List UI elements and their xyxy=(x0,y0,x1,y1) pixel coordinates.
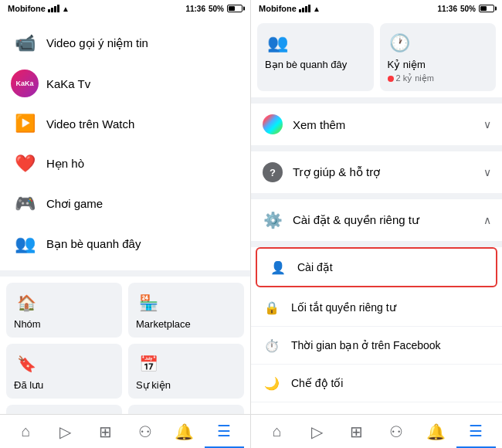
video-calls-icon: 📹 xyxy=(11,29,39,57)
nav-store-right[interactable]: ⊞ xyxy=(337,415,377,448)
friends-nearby-label: Bạn bè quanh đây xyxy=(46,237,141,251)
card-friends-nearby[interactable]: 👥 Bạn bè quanh đây xyxy=(257,23,374,91)
nav-video-right[interactable]: ▷ xyxy=(297,415,337,448)
friends-nearby-icon: 👥 xyxy=(11,230,39,258)
grid-section: 🏠 Nhóm 🏪 Marketplace 🔖 Đã lưu 📅 Sự kiện … xyxy=(0,277,250,414)
nav-store-left[interactable]: ⊞ xyxy=(86,415,125,448)
left-content: 📹 Video gọi ý niệm tin KaKa KaKa Tv ▶️ V… xyxy=(0,17,250,414)
card-memories-dot xyxy=(388,76,394,82)
right-help-section: ? Trợ giúp & hỗ trợ ∨ xyxy=(251,151,502,193)
card-memories-icon: 🕐 xyxy=(388,31,412,56)
nav-menu-left[interactable]: ☰ xyxy=(205,415,244,448)
card-friends-icon: 👥 xyxy=(265,31,290,56)
right-status-left: Mobifone ▲ xyxy=(259,4,321,13)
top-item-dating[interactable]: ❤️ Hẹn hò xyxy=(6,144,244,184)
card-memories-sub: 2 kỷ niệm xyxy=(388,73,434,83)
sub-settings[interactable]: 👤 Cài đặt xyxy=(256,247,497,287)
left-status-right: 11:36 50% xyxy=(185,5,243,13)
right-wifi-icon: ▲ xyxy=(313,5,321,13)
sub-privacy-icon: 🔒 xyxy=(262,297,282,317)
settings-sub-section: 👤 Cài đặt 🔒 Lối tắt quyền riêng tư ⏱️ Th… xyxy=(251,247,502,414)
right-see-more-section: Xem thêm ∨ xyxy=(251,104,502,145)
right-see-more-arrow: ∨ xyxy=(483,118,491,131)
right-settings-arrow: ∧ xyxy=(483,214,491,226)
nhom-icon: 🏠 xyxy=(14,290,39,315)
right-content: 👥 Bạn bè quanh đây 🕐 Kỷ niệm 2 kỷ niệm X… xyxy=(251,17,502,414)
grid-memories[interactable]: 🕐 Kỷ niệm 2 kỷ niệm xyxy=(128,405,244,414)
sub-privacy-shortcuts[interactable]: 🔒 Lối tắt quyền riêng tư xyxy=(251,289,502,327)
right-signal-icon xyxy=(299,5,310,12)
left-bottom-nav: ⌂ ▷ ⊞ ⚇ 🔔 ☰ xyxy=(0,414,250,448)
events-icon: 📅 xyxy=(136,351,161,376)
grid-saved[interactable]: 🔖 Đã lưu xyxy=(6,344,122,399)
right-settings-icon: ⚙️ xyxy=(262,209,283,231)
nav-home-right[interactable]: ⌂ xyxy=(257,415,297,448)
right-bottom-nav: ⌂ ▷ ⊞ ⚇ 🔔 ☰ xyxy=(251,414,502,448)
nav-bell-left[interactable]: 🔔 xyxy=(165,415,204,448)
nav-home-left[interactable]: ⌂ xyxy=(6,415,46,448)
sub-dark-label: Chế độ tối xyxy=(291,377,343,389)
dating-label: Hẹn hò xyxy=(46,157,84,171)
battery-icon xyxy=(227,5,243,12)
nav-people-left[interactable]: ⚇ xyxy=(125,415,165,448)
left-battery-percent: 50% xyxy=(209,5,224,13)
right-help-arrow: ∨ xyxy=(483,166,491,178)
sub-time-facebook[interactable]: ⏱️ Thời gian bạn ở trên Facebook xyxy=(251,327,502,365)
grid-jobs[interactable]: 💼 Việc làm xyxy=(6,405,122,414)
nav-menu-right[interactable]: ☰ xyxy=(456,415,497,448)
card-memories[interactable]: 🕐 Kỷ niệm 2 kỷ niệm xyxy=(380,23,497,91)
video-calls-label: Video gọi ý niệm tin xyxy=(46,36,148,50)
grid-nhom[interactable]: 🏠 Nhóm xyxy=(6,283,122,338)
marketplace-icon: 🏪 xyxy=(136,290,161,315)
top-item-friends-nearby[interactable]: 👥 Bạn bè quanh đây xyxy=(6,224,244,264)
card-friends-label: Bạn bè quanh đây xyxy=(265,59,347,70)
grid-events[interactable]: 📅 Sự kiện xyxy=(128,344,244,399)
top-list-section: 📹 Video gọi ý niệm tin KaKa KaKa Tv ▶️ V… xyxy=(0,17,250,270)
events-label: Sự kiện xyxy=(136,379,171,391)
saved-label: Đã lưu xyxy=(14,379,43,391)
sub-time-icon: ⏱️ xyxy=(262,335,282,355)
top-item-kaka[interactable]: KaKa KaKa Tv xyxy=(6,63,244,104)
right-help-row[interactable]: ? Trợ giúp & hỗ trợ ∨ xyxy=(251,151,502,193)
right-status-bar: Mobifone ▲ 11:36 50% xyxy=(251,0,502,17)
grid-marketplace[interactable]: 🏪 Marketplace xyxy=(128,283,244,338)
right-settings-row[interactable]: ⚙️ Cài đặt & quyền riêng tư ∧ xyxy=(251,199,502,241)
sub-time-label: Thời gian bạn ở trên Facebook xyxy=(291,339,441,351)
top-cards: 👥 Bạn bè quanh đây 🕐 Kỷ niệm 2 kỷ niệm xyxy=(251,17,502,97)
right-battery-icon xyxy=(479,5,494,12)
right-see-more-label: Xem thêm xyxy=(293,118,474,131)
nav-video-left[interactable]: ▷ xyxy=(46,415,85,448)
kaka-label: KaKa Tv xyxy=(46,77,90,90)
watch-icon: ▶️ xyxy=(11,110,39,137)
right-help-icon: ? xyxy=(262,161,283,183)
right-settings-label: Cài đặt & quyền riêng tư xyxy=(293,213,474,227)
sub-dark-mode[interactable]: 🌙 Chế độ tối xyxy=(251,365,502,402)
sub-language[interactable]: 🌐 Ngôn ngữ ứng dụng xyxy=(251,402,502,414)
dating-icon: ❤️ xyxy=(11,150,39,178)
top-item-watch[interactable]: ▶️ Video trên Watch xyxy=(6,104,244,144)
gaming-label: Chơi game xyxy=(46,197,103,211)
nhom-label: Nhóm xyxy=(14,318,41,330)
signal-icon xyxy=(48,5,59,12)
sub-settings-label: Cài đặt xyxy=(297,261,333,273)
kaka-icon: KaKa xyxy=(11,70,39,97)
sub-settings-icon: 👤 xyxy=(268,257,288,277)
left-status-bar: Mobifone ▲ 11:36 50% xyxy=(0,0,250,17)
nav-bell-right[interactable]: 🔔 xyxy=(416,415,456,448)
right-phone-screen: Mobifone ▲ 11:36 50% 👥 Bạn bè quanh đây … xyxy=(251,0,502,448)
watch-label: Video trên Watch xyxy=(46,117,134,131)
left-carrier: Mobifone xyxy=(8,4,46,13)
right-help-label: Trợ giúp & hỗ trợ xyxy=(293,165,474,179)
left-status-left: Mobifone ▲ xyxy=(8,4,70,13)
right-carrier: Mobifone xyxy=(259,4,297,13)
left-phone-screen: Mobifone ▲ 11:36 50% 📹 Video gọi ý niệm … xyxy=(0,0,251,448)
right-time: 11:36 xyxy=(437,5,457,13)
right-see-more-icon xyxy=(262,114,283,135)
left-time: 11:36 xyxy=(185,5,205,13)
right-see-more-row[interactable]: Xem thêm ∨ xyxy=(251,104,502,145)
top-item-gaming[interactable]: 🎮 Chơi game xyxy=(6,184,244,224)
top-item-video-calls[interactable]: 📹 Video gọi ý niệm tin xyxy=(6,23,244,63)
nav-people-right[interactable]: ⚇ xyxy=(377,415,417,448)
marketplace-label: Marketplace xyxy=(136,318,191,330)
sub-dark-icon: 🌙 xyxy=(262,373,282,393)
